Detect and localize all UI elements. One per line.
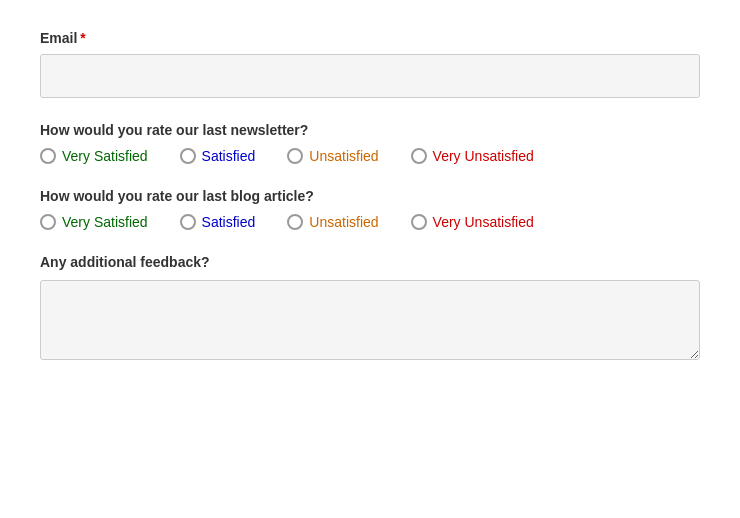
feedback-textarea[interactable] <box>40 280 700 360</box>
blog-section: How would you rate our last blog article… <box>40 188 700 230</box>
blog-very-satisfied-label: Very Satisfied <box>62 214 148 230</box>
blog-very-satisfied-radio[interactable] <box>40 214 56 230</box>
blog-very-unsatisfied-radio[interactable] <box>411 214 427 230</box>
blog-question: How would you rate our last blog article… <box>40 188 700 204</box>
email-section: Email* <box>40 30 700 98</box>
required-indicator: * <box>80 30 85 46</box>
newsletter-unsatisfied-radio[interactable] <box>287 148 303 164</box>
newsletter-section: How would you rate our last newsletter? … <box>40 122 700 164</box>
blog-radio-group: Very Satisfied Satisfied Unsatisfied Ver… <box>40 214 700 230</box>
feedback-section: Any additional feedback? <box>40 254 700 363</box>
newsletter-radio-group: Very Satisfied Satisfied Unsatisfied Ver… <box>40 148 700 164</box>
newsletter-very-unsatisfied-label: Very Unsatisfied <box>433 148 534 164</box>
newsletter-very-satisfied-radio[interactable] <box>40 148 56 164</box>
newsletter-very-satisfied-option[interactable]: Very Satisfied <box>40 148 148 164</box>
blog-very-unsatisfied-label: Very Unsatisfied <box>433 214 534 230</box>
newsletter-very-unsatisfied-option[interactable]: Very Unsatisfied <box>411 148 534 164</box>
newsletter-satisfied-label: Satisfied <box>202 148 256 164</box>
blog-very-unsatisfied-option[interactable]: Very Unsatisfied <box>411 214 534 230</box>
email-label: Email* <box>40 30 700 46</box>
blog-unsatisfied-label: Unsatisfied <box>309 214 378 230</box>
newsletter-unsatisfied-label: Unsatisfied <box>309 148 378 164</box>
newsletter-satisfied-radio[interactable] <box>180 148 196 164</box>
newsletter-very-unsatisfied-radio[interactable] <box>411 148 427 164</box>
newsletter-very-satisfied-label: Very Satisfied <box>62 148 148 164</box>
blog-satisfied-radio[interactable] <box>180 214 196 230</box>
newsletter-satisfied-option[interactable]: Satisfied <box>180 148 256 164</box>
email-label-text: Email <box>40 30 77 46</box>
blog-unsatisfied-option[interactable]: Unsatisfied <box>287 214 378 230</box>
blog-unsatisfied-radio[interactable] <box>287 214 303 230</box>
newsletter-question: How would you rate our last newsletter? <box>40 122 700 138</box>
feedback-label: Any additional feedback? <box>40 254 700 270</box>
newsletter-unsatisfied-option[interactable]: Unsatisfied <box>287 148 378 164</box>
blog-very-satisfied-option[interactable]: Very Satisfied <box>40 214 148 230</box>
email-input[interactable] <box>40 54 700 98</box>
blog-satisfied-label: Satisfied <box>202 214 256 230</box>
blog-satisfied-option[interactable]: Satisfied <box>180 214 256 230</box>
